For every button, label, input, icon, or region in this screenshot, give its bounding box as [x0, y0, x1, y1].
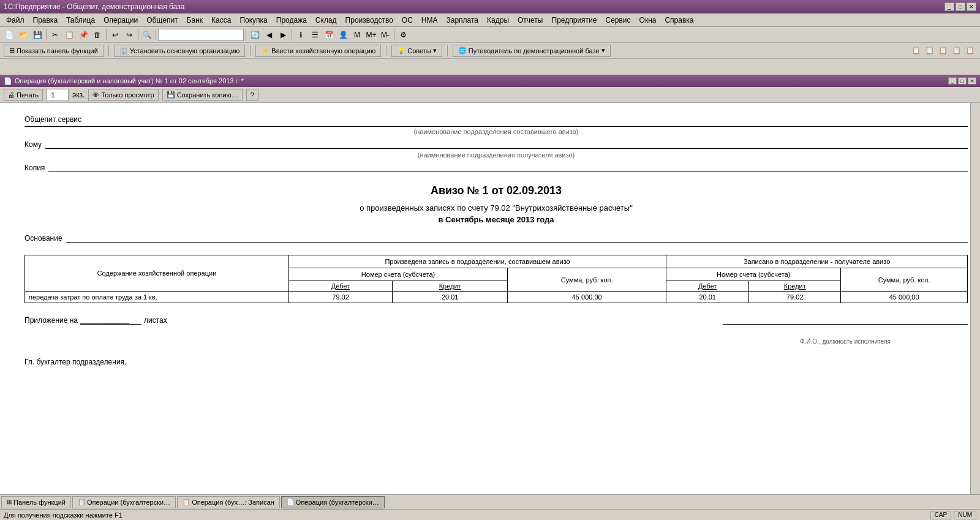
title-bar-buttons[interactable]: _ □ ✕ — [944, 2, 976, 11]
to-caption: (наименование подразделения получателя а… — [24, 151, 968, 159]
m-icon[interactable]: M — [350, 29, 364, 41]
org-name: Общепит сервис — [24, 115, 968, 124]
show-panel-button[interactable]: ⊞ Показать панель функций — [4, 45, 104, 57]
right-icon-1[interactable]: 📋 — [910, 45, 922, 57]
paste-icon[interactable]: 📌 — [77, 29, 90, 41]
search-input[interactable] — [158, 29, 244, 41]
save-copy-icon: 💾 — [167, 91, 175, 99]
from-caption: (наименование подразделения составившего… — [24, 128, 968, 135]
right-icon-2[interactable]: 📋 — [924, 45, 936, 57]
menu-production[interactable]: Производство — [342, 15, 397, 26]
app-title: 1С:Предприятие - Общепит, демонстрационн… — [4, 2, 184, 11]
copy-icon[interactable]: 📋 — [62, 29, 76, 41]
delete-icon[interactable]: 🗑 — [91, 29, 104, 41]
menu-service[interactable]: Сервис — [601, 15, 634, 26]
taskbar-item-1[interactable]: 📋 Операции (бухгалтерски… — [72, 496, 176, 508]
user-icon[interactable]: 👤 — [336, 29, 350, 41]
mminus-icon[interactable]: M- — [379, 29, 392, 41]
attachment-label: Приложение на — [24, 316, 78, 325]
doc-title-bar: 📄 Операция (бухгалтерский и налоговый уч… — [0, 75, 980, 87]
menu-salary[interactable]: Зарплата — [443, 15, 483, 26]
doc-main-title: Авизо № 1 от 02.09.2013 — [24, 184, 968, 197]
doc-title-buttons[interactable]: _ □ ✕ — [948, 77, 976, 85]
menu-kassa[interactable]: Касса — [208, 15, 235, 26]
print-button[interactable]: 🖨 Печать — [4, 89, 43, 101]
osnov-row: Основание — [24, 234, 968, 243]
settings-icon[interactable]: ⚙ — [396, 29, 410, 41]
view-only-button[interactable]: 👁 Только просмотр — [88, 89, 158, 101]
printer-icon: 🖨 — [8, 91, 15, 99]
minimize-button[interactable]: _ — [944, 2, 954, 11]
menu-nma[interactable]: НМА — [418, 15, 442, 26]
menu-warehouse[interactable]: Склад — [312, 15, 341, 26]
taskbar-item-0[interactable]: ⊞ Панель функций — [1, 496, 71, 508]
avizo-table: Содержание хозяйственной операции Произв… — [24, 255, 968, 303]
eye-icon: 👁 — [92, 91, 99, 99]
menu-reports[interactable]: Отчеты — [514, 15, 546, 26]
doc-minimize-button[interactable]: _ — [948, 77, 957, 85]
right-icon-4[interactable]: 📋 — [951, 45, 963, 57]
menu-bar: Файл Правка Таблица Операции Общепит Бан… — [0, 13, 980, 27]
taskbar-icon-1: 📋 — [78, 499, 85, 505]
vertical-scrollbar[interactable] — [970, 103, 980, 494]
advices-button[interactable]: 💡 Советы ▾ — [391, 45, 442, 57]
mplus-icon[interactable]: M+ — [364, 29, 378, 41]
menu-table[interactable]: Таблица — [62, 15, 99, 26]
taskbar-item-2[interactable]: 📋 Операция (бух…: Записан — [177, 496, 280, 508]
right-icon-3[interactable]: 📋 — [937, 45, 949, 57]
new-icon[interactable]: 📄 — [2, 29, 16, 41]
taskbar-icon-0: ⊞ — [7, 499, 12, 505]
guide-button[interactable]: 🌐 Путеводитель по демонстрационной базе … — [453, 45, 611, 57]
undo-icon[interactable]: ↩ — [108, 29, 122, 41]
enter-op-button[interactable]: ⚡ Ввести хозяйственную операцию — [255, 45, 381, 57]
menu-operations[interactable]: Операции — [100, 15, 141, 26]
taskbar-item-3[interactable]: 📄 Операция (бухгалтерски… — [281, 496, 385, 508]
attachment-row: Приложение на ____________ листах — [24, 315, 968, 325]
forward-icon[interactable]: ▶ — [276, 29, 290, 41]
set-org-button[interactable]: 🏢 Установить основную организацию — [114, 45, 246, 57]
calendar-icon[interactable]: 📅 — [322, 29, 336, 41]
menu-purchase[interactable]: Покупка — [236, 15, 271, 26]
doc-close-button[interactable]: ✕ — [968, 77, 976, 85]
menu-obshchepit[interactable]: Общепит — [143, 15, 181, 26]
save-copy-button[interactable]: 💾 Сохранить копию… — [162, 89, 243, 101]
taskbar-label-3: Операция (бухгалтерски… — [296, 499, 379, 506]
function-bar: ⊞ Показать панель функций 🏢 Установить о… — [0, 43, 980, 59]
menu-bank[interactable]: Банк — [183, 15, 206, 26]
open-icon[interactable]: 📂 — [17, 29, 30, 41]
info-icon[interactable]: ℹ — [294, 29, 307, 41]
redo-icon[interactable]: ↪ — [123, 29, 136, 41]
signature-line — [723, 324, 968, 325]
back-icon[interactable]: ◀ — [262, 29, 276, 41]
menu-windows[interactable]: Окна — [636, 15, 660, 26]
taskbar-label-0: Панель функций — [13, 499, 66, 506]
menu-sales[interactable]: Продажа — [273, 15, 311, 26]
help-button[interactable]: ? — [246, 89, 258, 101]
icon-toolbar: 📄 📂 💾 ✂ 📋 📌 🗑 ↩ ↪ 🔍 🔄 ◀ ▶ ℹ ☰ 📅 👤 M M+ M… — [0, 27, 980, 43]
search-icon[interactable]: 🔍 — [140, 29, 154, 41]
guide-icon: 🌐 — [458, 47, 467, 55]
copy-label: Копия — [24, 164, 45, 172]
document-content: Общепит сервис (наименование подразделен… — [0, 103, 980, 494]
cut-icon[interactable]: ✂ — [48, 29, 62, 41]
list-icon[interactable]: ☰ — [308, 29, 322, 41]
osnov-line — [66, 242, 968, 243]
menu-help[interactable]: Справка — [661, 15, 697, 26]
status-hint: Для получения подсказки нажмите F1 — [4, 511, 123, 519]
menu-edit[interactable]: Правка — [29, 15, 62, 26]
copies-input[interactable] — [47, 89, 69, 101]
cap-indicator: CAP — [930, 511, 952, 519]
maximize-button[interactable]: □ — [956, 2, 965, 11]
status-indicators: CAP NUM — [930, 511, 976, 519]
doc-maximize-button[interactable]: □ — [958, 77, 967, 85]
menu-hr[interactable]: Кадры — [483, 15, 513, 26]
attachment-blank: ____________ — [80, 315, 141, 325]
menu-os[interactable]: ОС — [398, 15, 417, 26]
refresh-icon[interactable]: 🔄 — [248, 29, 262, 41]
menu-file[interactable]: Файл — [2, 15, 28, 26]
menu-enterprise[interactable]: Предприятие — [548, 15, 601, 26]
copy-line — [48, 171, 968, 172]
save-icon[interactable]: 💾 — [31, 29, 44, 41]
right-icon-5[interactable]: 📋 — [964, 45, 976, 57]
close-button[interactable]: ✕ — [967, 2, 976, 11]
